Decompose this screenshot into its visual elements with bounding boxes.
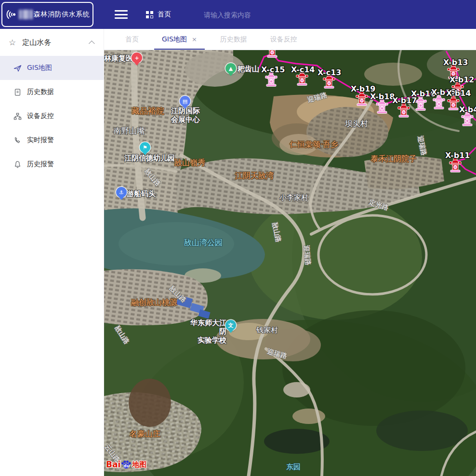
header-search xyxy=(203,10,290,19)
kindergarten-pin[interactable]: ⚑ xyxy=(140,142,150,153)
hydrant-marker-X-b11[interactable] xyxy=(449,158,462,172)
poi-label: 华东师大江阴 实验学校 xyxy=(188,318,226,344)
close-tab-icon[interactable]: × xyxy=(192,36,197,43)
hydrant-label-X-b18: X-b18 xyxy=(370,92,395,101)
tab-device-control[interactable]: 设备反控 xyxy=(259,29,309,50)
hydrant-label-X-b13: X-b13 xyxy=(443,58,468,67)
place-label: 南野山嘴 xyxy=(114,127,145,135)
mountain-pin[interactable]: ▲ xyxy=(225,63,236,74)
grid-icon xyxy=(146,11,153,18)
place-label: 泰禾江阴院子 xyxy=(370,155,417,163)
hydrant-label-X-b14: X-b14 xyxy=(446,89,471,98)
sidebar-item-label: GIS地图 xyxy=(27,64,52,72)
nav-home[interactable]: 首页 xyxy=(146,10,171,19)
hydrant-label-X-c14: X-c14 xyxy=(291,65,315,74)
baidu-paw-icon: du xyxy=(121,460,132,469)
hydrant-marker-X-b14[interactable] xyxy=(447,96,460,110)
sidebar-item-label: 设备反控 xyxy=(27,112,54,120)
place-label: 钱家村 xyxy=(256,326,278,334)
main-panel: 首页GIS地图×历史数据设备反控 xyxy=(104,29,476,476)
tab-label: 历史数据 xyxy=(220,35,247,44)
pin-glyph: ▲ xyxy=(229,66,233,72)
hydrant-marker-X-b19[interactable] xyxy=(356,92,368,106)
sidebar-item-history-alarm[interactable]: 历史报警 xyxy=(0,152,104,176)
phone-icon xyxy=(13,136,22,145)
sidebar-item-device-control[interactable]: 设备反控 xyxy=(0,104,104,128)
hydrant-label-X-b11: X-b11 xyxy=(445,151,470,160)
poi-label: 江阴信德幼儿园 xyxy=(124,154,175,162)
pin-glyph: ⚑ xyxy=(143,145,147,151)
place-label: 融创敔山桃源 xyxy=(131,298,177,307)
tab-label: GIS地图 xyxy=(162,35,187,44)
document-icon xyxy=(13,88,22,96)
baidu-map-label: 地图 xyxy=(132,460,146,469)
hydrant-marker-X-c16[interactable] xyxy=(266,50,278,58)
hydrant-marker-X-b17[interactable] xyxy=(397,103,410,118)
tab-label: 设备反控 xyxy=(270,35,297,44)
place-label: 仁恒棠颂·吾乡 xyxy=(290,140,338,149)
bell-icon xyxy=(13,160,22,169)
sidebar-section-label: 定山水务 xyxy=(22,38,91,47)
hydrant-label-X-c13: X-c13 xyxy=(317,68,341,77)
tab-gis-map[interactable]: GIS地图× xyxy=(150,29,209,50)
place-label: 敔山嶺秀 xyxy=(174,159,205,167)
baidu-logo-text: Bai xyxy=(106,460,120,469)
app-header: 森林消防供水系统 首页 xyxy=(0,0,476,29)
place-label: 敔山湾公园 xyxy=(184,238,223,247)
place-label: 藏品裕院 xyxy=(132,106,164,116)
star-icon: ☆ xyxy=(9,38,16,47)
dock-pin[interactable]: ⚓ xyxy=(116,187,127,198)
tab-bar: 首页GIS地图×历史数据设备反控 xyxy=(104,29,476,50)
sidebar-item-label: 历史数据 xyxy=(27,88,54,96)
redacted-brand-prefix xyxy=(19,10,33,19)
expo-pin[interactable]: ▤ xyxy=(180,96,190,106)
place-label: 江阴天敔湾 xyxy=(235,172,274,180)
place-label: 东园 xyxy=(286,463,301,471)
tab-home[interactable]: 首页 xyxy=(114,29,150,50)
hydrant-marker-X-b18[interactable] xyxy=(376,99,388,114)
place-label: 小李家村 xyxy=(279,194,308,202)
gis-map-canvas[interactable]: Bai du 地图 xyxy=(104,50,476,476)
sidebar-item-gis-map[interactable]: GIS地图 xyxy=(0,56,104,80)
hydrant-label-X-b4: X-b4 xyxy=(459,105,476,114)
pin-glyph: ▤ xyxy=(183,98,187,105)
nav-home-label: 首页 xyxy=(158,10,171,19)
baidu-map-logo: Bai du 地图 xyxy=(106,460,146,469)
send-icon xyxy=(13,64,22,72)
app-window: 森林消防供水系统 首页 ☆ 定山水务 GIS地图历史数据设备反控实时报警历史报警… xyxy=(0,0,476,476)
menu-toggle-icon[interactable] xyxy=(115,10,128,19)
sidebar-item-history-data[interactable]: 历史数据 xyxy=(0,80,104,104)
sidebar: ☆ 定山水务 GIS地图历史数据设备反控实时报警历史报警 xyxy=(0,29,104,476)
brand-title: 森林消防供水系统 xyxy=(34,10,90,19)
sonar-logo-icon xyxy=(5,8,18,21)
hydrant-label-X-b12: X-b12 xyxy=(450,75,474,84)
tab-label: 首页 xyxy=(125,35,139,44)
poi-label: 游船码头 xyxy=(127,189,156,198)
pin-glyph: + xyxy=(134,55,139,61)
search-input[interactable] xyxy=(203,11,290,19)
school-pin[interactable]: 文 xyxy=(225,320,236,331)
sidebar-item-label: 实时报警 xyxy=(27,136,54,145)
sidebar-item-realtime-alarm[interactable]: 实时报警 xyxy=(0,128,104,152)
hospital-pin[interactable]: + xyxy=(132,53,142,63)
brand-logo: 森林消防供水系统 xyxy=(1,2,93,27)
place-label: 名豪山庄 xyxy=(130,430,160,438)
sidebar-item-label: 历史报警 xyxy=(27,160,54,169)
poi-label: 耙齿山 xyxy=(238,65,259,73)
tab-history-data[interactable]: 历史数据 xyxy=(209,29,259,50)
hydrant-marker-X-c15[interactable] xyxy=(265,72,278,87)
place-label: 坝头村 xyxy=(345,119,368,128)
hydrant-label-X-c15: X-c15 xyxy=(261,65,285,74)
sitemap-icon xyxy=(13,112,22,120)
pin-glyph: 文 xyxy=(228,322,234,329)
sidebar-section-dingshan[interactable]: ☆ 定山水务 xyxy=(0,29,104,56)
pin-glyph: ⚓ xyxy=(119,189,124,196)
